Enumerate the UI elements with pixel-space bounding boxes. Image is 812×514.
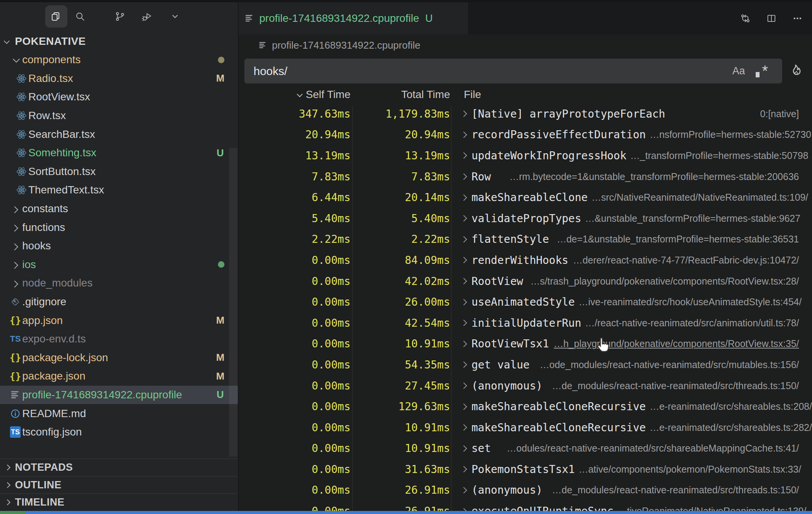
profile-table-row-RootViewTsx1[interactable]: 0.00ms 10.91ms RootViewTsx1 …h_playgroun… bbox=[238, 334, 812, 355]
expand-chevron-icon[interactable] bbox=[461, 111, 467, 117]
expand-chevron-icon[interactable] bbox=[461, 487, 467, 493]
expand-chevron-icon[interactable] bbox=[461, 194, 467, 201]
file-location-link[interactable]: …ode_modules/react-native-reanimated/src… bbox=[540, 359, 799, 370]
activity-item-source-control[interactable] bbox=[110, 5, 132, 28]
tree-item[interactable]: {} package-lock.json M bbox=[0, 349, 238, 367]
file-location-link[interactable]: …/react-native-reanimated/src/animation/… bbox=[585, 318, 799, 329]
profile-table-row-flattenStyle[interactable]: 2.22ms 2.22ms flattenStyle …de=1&unstabl… bbox=[238, 229, 812, 250]
profile-table-row-initialUpdaterRun[interactable]: 0.00ms 42.54ms initialUpdaterRun …/react… bbox=[238, 313, 812, 334]
tree-item[interactable]: profile-1741689314922.cpuprofile U bbox=[0, 386, 238, 404]
file-location-link[interactable]: …de_modules/react-native-reanimated/src/… bbox=[552, 485, 799, 496]
file-location-link[interactable]: 0:[native] bbox=[760, 108, 799, 119]
activity-item-more-views[interactable] bbox=[165, 5, 187, 28]
file-location-link[interactable]: …de=1&unstable_transformProfile=hermes-s… bbox=[557, 234, 799, 245]
column-self-time[interactable]: Self Time bbox=[298, 88, 350, 101]
expand-chevron-icon[interactable] bbox=[461, 215, 467, 222]
expand-chevron-icon[interactable] bbox=[461, 257, 467, 264]
tree-item[interactable]: SearchBar.tsx bbox=[0, 125, 238, 144]
expand-chevron-icon[interactable] bbox=[461, 383, 467, 389]
profile-table-row-[Native] arrayPrototypeForEach[interactable]: 347.63ms 1,179.83ms [Native] arrayProtot… bbox=[238, 103, 812, 124]
sidebar-panel-header[interactable]: TIMELINE bbox=[0, 493, 238, 511]
tree-item[interactable]: node_modules bbox=[0, 274, 238, 293]
expand-chevron-icon[interactable] bbox=[461, 403, 467, 410]
profile-table-row-(anonymous)[interactable]: 0.00ms 27.45ms (anonymous) …de_modules/r… bbox=[238, 375, 812, 396]
sidebar-scrollbar[interactable] bbox=[229, 148, 237, 457]
file-location-link[interactable]: …ive-reanimated/src/hook/useAnimatedStyl… bbox=[579, 296, 802, 308]
tree-item[interactable]: constants bbox=[0, 200, 238, 218]
tree-item[interactable]: Radio.tsx M bbox=[0, 69, 238, 88]
tree-item[interactable]: {} package.json M bbox=[0, 367, 238, 386]
regex-button[interactable]: * bbox=[755, 65, 768, 78]
breadcrumb[interactable]: profile-1741689314922.cpuprofile bbox=[238, 34, 812, 56]
expand-chevron-icon[interactable] bbox=[461, 236, 467, 242]
sidebar-panel-header[interactable]: OUTLINE bbox=[0, 476, 238, 494]
tree-item[interactable]: README.md bbox=[0, 404, 238, 423]
column-total-time[interactable]: Total Time bbox=[401, 88, 450, 101]
profile-table-row-useAnimatedStyle[interactable]: 0.00ms 26.00ms useAnimatedStyle …ive-rea… bbox=[238, 291, 812, 313]
status-remote-segment[interactable] bbox=[0, 511, 26, 514]
expand-chevron-icon[interactable] bbox=[461, 278, 467, 285]
file-location-link[interactable]: …h_playground/pokenative/components/Root… bbox=[554, 338, 799, 349]
profile-table-row-recordPassiveEffectDuration[interactable]: 20.94ms 20.94ms recordPassiveEffectDurat… bbox=[238, 124, 812, 146]
profile-table-row-validatePropTypes[interactable]: 5.40ms 5.40ms validatePropTypes …&unstab… bbox=[238, 208, 812, 229]
column-file[interactable]: File bbox=[450, 88, 812, 101]
profile-table-row-(anonymous)[interactable]: 0.00ms 26.91ms (anonymous) …de_modules/r… bbox=[238, 480, 812, 501]
profile-table-row-makeShareableClone[interactable]: 6.44ms 20.14ms makeShareableClone …src/N… bbox=[238, 187, 812, 208]
tree-item[interactable]: TS expo-env.d.ts bbox=[0, 330, 238, 349]
sidebar-panel-header[interactable]: NOTEPADS bbox=[0, 458, 238, 476]
expand-chevron-icon[interactable] bbox=[461, 362, 467, 368]
profile-table-row-Row[interactable]: 7.83ms 7.83ms Row …rm.bytecode=1&unstabl… bbox=[238, 166, 812, 187]
editor-action-split-editor[interactable] bbox=[765, 11, 780, 26]
profile-table-row-makeShareableCloneRecursive[interactable]: 0.00ms 129.63ms makeShareableCloneRecurs… bbox=[238, 396, 812, 417]
tree-item[interactable]: Somehting.tsx U bbox=[0, 144, 238, 162]
tree-item[interactable]: ThemedText.tsx bbox=[0, 181, 238, 200]
tree-item[interactable]: ios bbox=[0, 255, 238, 274]
tree-item[interactable]: RootView.tsx bbox=[0, 88, 238, 106]
flame-graph-button[interactable] bbox=[787, 62, 804, 80]
file-location-link[interactable]: …s/trash_playground/pokenative/component… bbox=[530, 276, 799, 287]
tree-item[interactable]: .gitignore bbox=[0, 293, 238, 311]
tab-cpuprofile[interactable]: profile-1741689314922.cpuprofile U bbox=[238, 2, 469, 34]
profile-table-row-renderWithHooks[interactable]: 0.00ms 84.09ms renderWithHooks …derer/re… bbox=[238, 250, 812, 271]
file-location-link[interactable]: …e-reanimated/src/shareables.ts:208/ bbox=[650, 401, 812, 412]
profile-table-row-RootView[interactable]: 0.00ms 42.02ms RootView …s/trash_playgro… bbox=[238, 271, 812, 292]
expand-chevron-icon[interactable] bbox=[461, 152, 467, 159]
tree-item[interactable]: hooks bbox=[0, 237, 238, 255]
status-main-segment[interactable] bbox=[26, 511, 812, 514]
profile-table-row-PokemonStatsTsx1[interactable]: 0.00ms 31.63ms PokemonStatsTsx1 …ative/c… bbox=[238, 459, 812, 480]
file-location-link[interactable]: …de_modules/react-native-reanimated/src/… bbox=[552, 380, 799, 391]
file-location-link[interactable]: …rm.bytecode=1&unstable_transformProfile… bbox=[509, 171, 799, 182]
expand-chevron-icon[interactable] bbox=[461, 424, 467, 431]
file-location-link[interactable]: …_transformProfile=hermes-stable:50798 bbox=[630, 150, 809, 161]
expand-chevron-icon[interactable] bbox=[461, 445, 467, 452]
activity-item-search[interactable] bbox=[70, 5, 92, 28]
match-case-button[interactable]: Aa bbox=[732, 65, 745, 77]
expand-chevron-icon[interactable] bbox=[461, 174, 467, 180]
file-location-link[interactable]: …e-reanimated/src/shareables.ts:282/ bbox=[650, 422, 812, 433]
activity-item-run-and-debug[interactable] bbox=[136, 5, 159, 28]
tree-item[interactable]: functions bbox=[0, 218, 238, 237]
file-location-link[interactable]: …&unstable_transformProfile=hermes-stabl… bbox=[585, 213, 801, 224]
expand-chevron-icon[interactable] bbox=[461, 299, 467, 305]
activity-item-explorer[interactable] bbox=[45, 5, 67, 28]
expand-chevron-icon[interactable] bbox=[461, 320, 467, 326]
file-location-link[interactable]: …ative/components/pokemon/PokemonStats.t… bbox=[579, 464, 801, 475]
sidebar-divider[interactable] bbox=[238, 0, 239, 514]
expand-chevron-icon[interactable] bbox=[461, 340, 467, 347]
tree-item[interactable]: {} app.json M bbox=[0, 311, 238, 330]
project-header[interactable]: POKENATIVE bbox=[0, 32, 238, 51]
tree-item[interactable]: SortButton.tsx bbox=[0, 162, 238, 181]
file-location-link[interactable]: …nsformProfile=hermes-stable:52730 bbox=[650, 129, 811, 140]
expand-chevron-icon[interactable] bbox=[461, 131, 467, 138]
expand-chevron-icon[interactable] bbox=[461, 466, 467, 473]
file-location-link[interactable]: …derer/react-native-74-77/ReactFabric-de… bbox=[573, 255, 799, 266]
editor-action-more-actions[interactable] bbox=[791, 11, 806, 26]
profile-table-row-get value[interactable]: 0.00ms 54.35ms get value …ode_modules/re… bbox=[238, 354, 812, 375]
editor-action-open-changes[interactable] bbox=[738, 11, 754, 26]
tree-item[interactable]: TS tsconfig.json bbox=[0, 423, 238, 442]
tree-item[interactable]: Row.tsx bbox=[0, 106, 238, 125]
tree-item[interactable]: components bbox=[0, 51, 238, 69]
file-location-link[interactable]: …src/NativeReanimated/NativeReanimated.t… bbox=[591, 192, 808, 203]
filter-input[interactable] bbox=[244, 59, 782, 83]
file-location-link[interactable]: …odules/react-native-reanimated/src/shar… bbox=[507, 443, 799, 454]
